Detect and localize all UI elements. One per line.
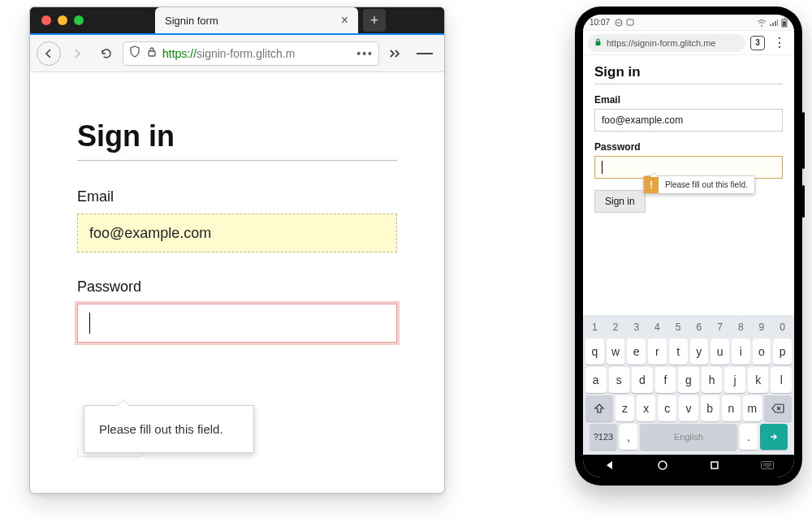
- reload-button[interactable]: [93, 41, 119, 67]
- page-title: Sign in: [77, 119, 397, 153]
- nav-keyboard-button[interactable]: [761, 460, 774, 472]
- key-a[interactable]: a: [585, 367, 607, 393]
- key-w[interactable]: w: [607, 339, 625, 365]
- key-4[interactable]: 4: [648, 318, 667, 336]
- validation-tooltip: Please fill out this field.: [84, 405, 254, 453]
- mobile-browser-toolbar: https://signin-form.glitch.me 3 ⋮: [583, 31, 794, 55]
- email-value: foo@example.com: [602, 114, 683, 126]
- space-key[interactable]: English: [640, 424, 737, 450]
- key-p[interactable]: p: [773, 339, 792, 365]
- key-9[interactable]: 9: [753, 318, 771, 336]
- key-c[interactable]: c: [658, 395, 676, 421]
- key-7[interactable]: 7: [710, 318, 729, 336]
- key-t[interactable]: t: [669, 339, 688, 365]
- key-6[interactable]: 6: [690, 318, 709, 336]
- text-caret: [89, 313, 90, 334]
- nav-recents-button[interactable]: [710, 460, 719, 473]
- signin-button[interactable]: Sign in: [594, 190, 646, 213]
- arrow-right-icon: [71, 47, 84, 60]
- divider: [594, 84, 783, 84]
- key-f[interactable]: f: [655, 367, 676, 393]
- key-y[interactable]: y: [690, 339, 709, 365]
- back-button[interactable]: [37, 41, 61, 66]
- email-value: foo@example.com: [89, 225, 211, 242]
- nav-back-button[interactable]: [604, 460, 615, 473]
- key-x[interactable]: x: [637, 395, 655, 421]
- validation-tooltip: ! Please fill out this field.: [643, 175, 755, 194]
- key-i[interactable]: i: [732, 339, 750, 365]
- browser-tab[interactable]: Signin form ×: [155, 7, 358, 33]
- desktop-page: Sign in Email foo@example.com Password: [30, 72, 444, 343]
- email-field[interactable]: foo@example.com: [77, 214, 397, 253]
- key-g[interactable]: g: [678, 367, 699, 393]
- tab-bar: Signin form × +: [30, 7, 444, 35]
- backspace-key[interactable]: [764, 395, 792, 421]
- key-v[interactable]: v: [679, 395, 698, 421]
- key-2[interactable]: 2: [607, 318, 625, 336]
- page-actions-icon[interactable]: •••: [356, 47, 374, 60]
- cast-icon: [626, 19, 634, 27]
- close-window-icon[interactable]: [41, 15, 51, 25]
- password-field[interactable]: [77, 304, 397, 343]
- svg-rect-5: [784, 18, 785, 19]
- comma-key[interactable]: ,: [620, 424, 637, 450]
- svg-rect-3: [627, 19, 633, 25]
- key-8[interactable]: 8: [732, 318, 750, 336]
- minimize-window-icon[interactable]: [58, 15, 67, 25]
- validation-message: Please fill out this field.: [99, 422, 223, 436]
- key-k[interactable]: k: [748, 367, 769, 393]
- mobile-address-bar[interactable]: https://signin-form.glitch.me: [588, 34, 745, 52]
- mobile-page: Sign in Email foo@example.com Password S…: [583, 55, 794, 315]
- svg-rect-7: [596, 41, 601, 45]
- key-l[interactable]: l: [771, 367, 792, 393]
- address-bar[interactable]: https://signin-form.glitch.m •••: [123, 41, 379, 66]
- close-tab-icon[interactable]: ×: [341, 13, 348, 28]
- key-z[interactable]: z: [615, 395, 634, 421]
- reload-icon: [100, 47, 113, 60]
- android-nav-bar: [583, 455, 794, 477]
- menu-button[interactable]: [412, 41, 438, 67]
- key-s[interactable]: s: [609, 367, 630, 393]
- forward-button[interactable]: [64, 41, 90, 67]
- key-3[interactable]: 3: [627, 318, 646, 336]
- shift-icon: [594, 403, 605, 414]
- browser-toolbar: https://signin-form.glitch.m •••: [30, 35, 444, 72]
- key-u[interactable]: u: [710, 339, 729, 365]
- backspace-icon: [771, 404, 784, 413]
- key-h[interactable]: h: [702, 367, 723, 393]
- key-n[interactable]: n: [722, 395, 741, 421]
- tracking-shield-icon[interactable]: [128, 45, 141, 61]
- arrow-left-icon: [42, 47, 55, 60]
- new-tab-button[interactable]: +: [363, 9, 386, 32]
- key-q[interactable]: q: [585, 339, 604, 365]
- tab-count-button[interactable]: 3: [750, 36, 765, 50]
- key-j[interactable]: j: [724, 367, 745, 393]
- period-key[interactable]: .: [740, 424, 758, 450]
- key-d[interactable]: d: [632, 367, 653, 393]
- url-text: https://signin-form.glitch.m: [162, 47, 352, 60]
- lock-icon[interactable]: [146, 46, 158, 60]
- mobile-url: https://signin-form.glitch.me: [607, 38, 716, 48]
- key-e[interactable]: e: [627, 339, 646, 365]
- maximize-window-icon[interactable]: [74, 15, 84, 25]
- wifi-icon: [757, 19, 767, 27]
- key-r[interactable]: r: [648, 339, 667, 365]
- shift-key[interactable]: [585, 395, 613, 421]
- key-5[interactable]: 5: [669, 318, 688, 336]
- chevrons-right-icon: [388, 48, 403, 59]
- key-0[interactable]: 0: [773, 318, 792, 336]
- svg-rect-0: [149, 51, 155, 56]
- key-o[interactable]: o: [753, 339, 771, 365]
- enter-key[interactable]: [760, 424, 788, 450]
- key-b[interactable]: b: [701, 395, 719, 421]
- overflow-button[interactable]: [382, 41, 408, 67]
- nav-home-button[interactable]: [657, 460, 668, 473]
- menu-button[interactable]: ⋮: [770, 35, 789, 50]
- symbols-key[interactable]: ?123: [590, 424, 617, 450]
- email-field[interactable]: foo@example.com: [594, 109, 783, 132]
- key-m[interactable]: m: [743, 395, 762, 421]
- battery-icon: [781, 18, 788, 28]
- status-time: 10:07: [590, 18, 610, 27]
- text-caret: [602, 161, 603, 174]
- key-1[interactable]: 1: [585, 318, 604, 336]
